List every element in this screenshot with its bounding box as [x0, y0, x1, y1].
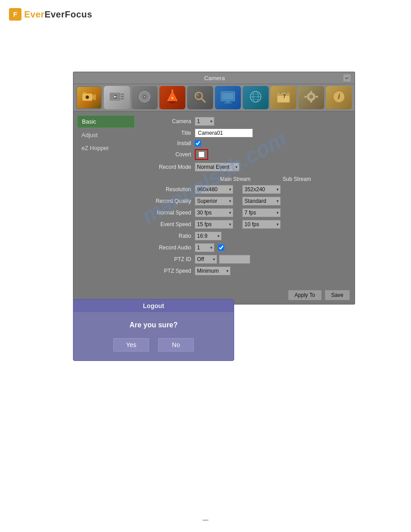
right-panel: Camera 1 Title Install [138, 112, 355, 286]
ptz-id-row: PTZ ID Off [146, 255, 347, 264]
covert-checkbox[interactable] [198, 151, 205, 158]
resolution-main-wrapper[interactable]: 960x480 [195, 185, 233, 194]
normal-speed-label: Normal Speed [146, 210, 195, 216]
dialog-title: Camera [86, 75, 343, 82]
logout-yes-button[interactable]: Yes [113, 338, 149, 352]
event-speed-row: Event Speed 15 fps 10 fps [146, 220, 347, 229]
toolbar-dvd-icon[interactable] [132, 86, 158, 109]
svg-point-15 [144, 96, 146, 98]
normal-speed-main-wrapper[interactable]: 30 fps [195, 208, 233, 217]
apply-to-button[interactable]: Apply To [288, 290, 322, 300]
svg-text:i: i [338, 93, 340, 100]
svg-text:F: F [13, 11, 17, 18]
install-row: Install [146, 140, 347, 146]
svg-rect-36 [286, 91, 287, 94]
save-button[interactable]: Save [325, 290, 350, 300]
ptz-speed-wrapper[interactable]: Minimum [195, 266, 231, 275]
toolbar-display-icon[interactable] [215, 86, 241, 109]
covert-highlight-box [195, 149, 208, 160]
logout-no-button[interactable]: No [158, 338, 194, 352]
svg-rect-42 [316, 96, 318, 98]
svg-rect-41 [304, 96, 307, 98]
sidebar-item-basic[interactable]: Basic [77, 115, 135, 128]
logo-area: F EverEverFocus [0, 0, 411, 29]
toolbar-calendar-icon[interactable]: 7 [270, 86, 296, 109]
svg-rect-24 [222, 93, 234, 100]
title-input[interactable] [195, 129, 253, 137]
record-quality-main-select[interactable]: Superior [195, 197, 233, 206]
record-quality-label: Record Quality [146, 198, 195, 204]
resolution-main-select[interactable]: 960x480 [195, 185, 233, 194]
svg-rect-10 [121, 94, 124, 95]
dialog-close-button[interactable]: ↩ [343, 74, 351, 82]
svg-rect-40 [310, 100, 312, 103]
svg-rect-12 [121, 98, 124, 99]
svg-point-38 [309, 95, 313, 99]
install-checkbox-container [195, 140, 201, 146]
ptz-speed-label: PTZ Speed [146, 268, 195, 274]
logout-question: Are you sure? [87, 321, 220, 329]
dialog-titlebar: Camera ↩ [73, 72, 355, 84]
ratio-select[interactable]: 16:9 [195, 232, 222, 240]
toolbar-info-icon[interactable]: i [326, 86, 352, 109]
main-stream-header: Main Stream [198, 176, 272, 182]
camera-select-wrapper[interactable]: 1 [195, 117, 214, 126]
ratio-label: Ratio [146, 233, 195, 239]
event-speed-sub-select[interactable]: 10 fps [242, 220, 281, 229]
toolbar: 7 [73, 84, 355, 112]
toolbar-video-icon[interactable] [104, 86, 130, 109]
normal-speed-sub-wrapper[interactable]: 7 fps [242, 208, 281, 217]
sidebar-item-adjust[interactable]: Adjust [77, 129, 135, 141]
logout-buttons: Yes No [87, 338, 220, 352]
event-speed-main-select[interactable]: 15 fps [195, 220, 233, 229]
record-audio-select[interactable]: 1 [195, 243, 214, 252]
record-quality-row: Record Quality Superior Standard [146, 197, 347, 206]
ptz-id-select[interactable]: Off [195, 255, 217, 264]
svg-point-4 [86, 96, 89, 99]
record-mode-label: Record Mode [146, 164, 195, 170]
ptz-speed-row: PTZ Speed Minimum [146, 266, 347, 275]
camera-select[interactable]: 1 [195, 117, 214, 126]
svg-point-22 [196, 94, 199, 96]
page-number: — [203, 516, 209, 523]
ratio-wrapper[interactable]: 16:9 [195, 232, 222, 240]
svg-line-21 [201, 99, 205, 102]
ptz-id-wrapper[interactable]: Off [195, 255, 217, 264]
ratio-row: Ratio 16:9 [146, 232, 347, 240]
toolbar-camera-icon[interactable] [76, 86, 102, 109]
toolbar-network-icon[interactable] [243, 86, 269, 109]
svg-rect-6 [83, 92, 86, 94]
event-speed-sub-wrapper[interactable]: 10 fps [242, 220, 281, 229]
record-quality-sub-wrapper[interactable]: Standard [242, 197, 281, 206]
normal-speed-main-select[interactable]: 30 fps [195, 208, 233, 217]
record-quality-main-wrapper[interactable]: Superior [195, 197, 233, 206]
resolution-row: Resolution 960x480 352x240 [146, 185, 347, 194]
toolbar-alarm-icon[interactable] [159, 86, 185, 109]
sub-stream-header: Sub Stream [272, 176, 321, 182]
camera-label: Camera [146, 118, 195, 124]
camera-row: Camera 1 [146, 117, 347, 126]
toolbar-search-icon[interactable] [187, 86, 213, 109]
record-mode-select[interactable]: Normal Event [195, 163, 240, 172]
record-mode-select-wrapper[interactable]: Normal Event [195, 163, 240, 172]
normal-speed-row: Normal Speed 30 fps 7 fps [146, 208, 347, 217]
record-audio-checkbox[interactable] [218, 245, 224, 251]
ptz-speed-select[interactable]: Minimum [195, 266, 231, 275]
ptz-id-value-box [219, 255, 250, 264]
resolution-sub-wrapper[interactable]: 352x240 [242, 185, 281, 194]
stream-headers: Main Stream Sub Stream [146, 176, 347, 182]
svg-point-19 [171, 97, 173, 99]
event-speed-label: Event Speed [146, 221, 195, 227]
record-audio-wrapper[interactable]: 1 [195, 243, 214, 252]
event-speed-main-wrapper[interactable]: 15 fps [195, 220, 233, 229]
toolbar-settings-icon[interactable] [298, 86, 324, 109]
normal-speed-sub-select[interactable]: 7 fps [242, 208, 281, 217]
resolution-sub-select[interactable]: 352x240 [242, 185, 281, 194]
sidebar-item-ez-hopper[interactable]: eZ Hopper [77, 142, 135, 154]
record-quality-sub-select[interactable]: Standard [242, 197, 281, 206]
svg-rect-11 [121, 96, 124, 97]
logout-title: Logout [143, 302, 164, 309]
install-checkbox[interactable] [195, 140, 201, 146]
svg-marker-5 [92, 94, 96, 100]
camera-dialog: Camera ↩ [73, 72, 355, 305]
